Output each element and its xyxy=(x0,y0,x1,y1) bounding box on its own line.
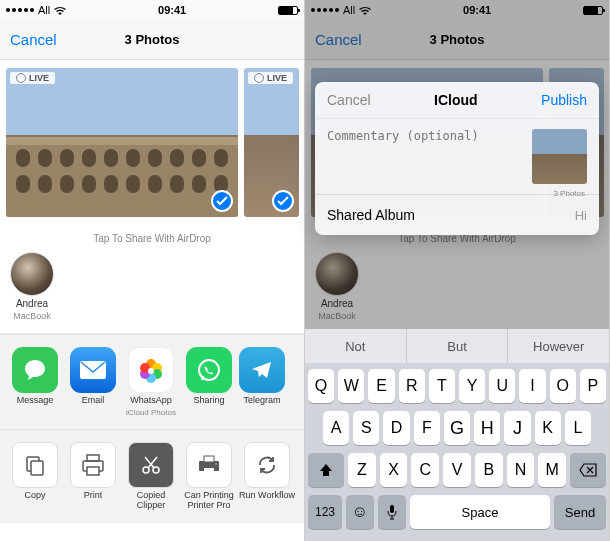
key-y[interactable]: Y xyxy=(459,369,485,403)
action-clipper[interactable]: Copied Clipper xyxy=(122,442,180,511)
share-app-message[interactable]: Message xyxy=(6,347,64,417)
keyboard: Not But However Q W E R T Y U I O P A S … xyxy=(305,329,609,541)
commentary-input[interactable] xyxy=(327,129,522,184)
nav-bar: Cancel 3 Photos xyxy=(305,20,609,60)
key-z[interactable]: Z xyxy=(348,453,376,487)
svg-rect-40 xyxy=(204,468,214,475)
photo-strip[interactable]: LIVE LIVE xyxy=(0,60,304,225)
selected-photo[interactable]: LIVE xyxy=(6,68,238,217)
check-icon[interactable] xyxy=(272,190,294,212)
clock: 09:41 xyxy=(158,4,186,16)
key-p[interactable]: P xyxy=(580,369,606,403)
suggestion-bar: Not But However xyxy=(305,329,609,363)
key-a[interactable]: A xyxy=(323,411,349,445)
share-app-telegram[interactable]: Telegram xyxy=(238,347,286,417)
share-app-icloud-photos[interactable]: WhatsApp iCloud Photos xyxy=(122,347,180,417)
airdrop-section: Tap To Share With AirDrop Andrea MacBook xyxy=(0,225,304,334)
suggestion[interactable]: However xyxy=(508,329,609,363)
send-key[interactable]: Send xyxy=(554,495,606,529)
print-icon xyxy=(70,442,116,488)
share-apps-row[interactable]: Message Email WhatsApp iCloud Photos Sha… xyxy=(0,334,304,429)
svg-rect-15 xyxy=(82,175,96,193)
share-app-whatsapp[interactable]: Sharing xyxy=(180,347,238,417)
battery-icon xyxy=(278,6,298,15)
key-j[interactable]: J xyxy=(504,411,530,445)
copy-icon xyxy=(12,442,58,488)
shared-album-value: Hi xyxy=(575,208,587,223)
key-h[interactable]: H xyxy=(474,411,500,445)
svg-rect-32 xyxy=(31,461,43,475)
svg-rect-5 xyxy=(82,149,96,167)
key-w[interactable]: W xyxy=(338,369,364,403)
svg-rect-11 xyxy=(214,149,228,167)
key-e[interactable]: E xyxy=(368,369,394,403)
modal-thumbnail[interactable]: 3 Photos xyxy=(532,129,587,184)
action-copy[interactable]: Copy xyxy=(6,442,64,511)
scissors-icon xyxy=(128,442,174,488)
suggestion[interactable]: But xyxy=(407,329,509,363)
svg-rect-35 xyxy=(87,467,99,475)
space-key[interactable]: Space xyxy=(410,495,550,529)
action-workflow[interactable]: Run Workflow xyxy=(238,442,296,511)
key-u[interactable]: U xyxy=(489,369,515,403)
backspace-key[interactable] xyxy=(570,453,606,487)
svg-rect-6 xyxy=(104,149,118,167)
numbers-key[interactable]: 123 xyxy=(308,495,342,529)
action-print[interactable]: Print xyxy=(64,442,122,511)
key-m[interactable]: M xyxy=(538,453,566,487)
emoji-key[interactable]: ☺ xyxy=(346,495,374,529)
key-c[interactable]: C xyxy=(411,453,439,487)
modal-cancel-button[interactable]: Cancel xyxy=(327,92,371,108)
icloud-publish-screen: All 09:41 Cancel 3 Photos Tap To Share W… xyxy=(305,0,610,541)
action-printer-pro[interactable]: Can Printing Printer Pro xyxy=(180,442,238,511)
svg-rect-10 xyxy=(192,149,206,167)
svg-rect-19 xyxy=(170,175,184,193)
suggestion[interactable]: Not xyxy=(305,329,407,363)
live-badge: LIVE xyxy=(248,72,293,84)
key-b[interactable]: B xyxy=(475,453,503,487)
key-f[interactable]: F xyxy=(414,411,440,445)
key-v[interactable]: V xyxy=(443,453,471,487)
svg-rect-12 xyxy=(16,175,30,193)
modal-publish-button[interactable]: Publish xyxy=(541,92,587,108)
svg-point-29 xyxy=(148,368,154,374)
key-i[interactable]: I xyxy=(519,369,545,403)
status-bar: All 09:41 xyxy=(305,0,609,20)
key-d[interactable]: D xyxy=(383,411,409,445)
key-l[interactable]: L xyxy=(565,411,591,445)
svg-point-41 xyxy=(215,463,217,465)
key-s[interactable]: S xyxy=(353,411,379,445)
key-g[interactable]: G xyxy=(444,411,470,445)
svg-rect-9 xyxy=(170,149,184,167)
key-r[interactable]: R xyxy=(399,369,425,403)
share-actions-row[interactable]: Copy Print Copied Clipper Can Printing P… xyxy=(0,429,304,523)
share-app-email[interactable]: Email xyxy=(64,347,122,417)
svg-rect-8 xyxy=(148,149,162,167)
cancel-button[interactable]: Cancel xyxy=(10,31,57,48)
key-q[interactable]: Q xyxy=(308,369,334,403)
carrier-label: All xyxy=(38,4,50,16)
svg-rect-18 xyxy=(148,175,162,193)
icloud-modal: Cancel ICloud Publish 3 Photos Shared Al… xyxy=(315,82,599,235)
mic-key[interactable] xyxy=(378,495,406,529)
key-x[interactable]: X xyxy=(380,453,408,487)
status-bar: All 09:41 xyxy=(0,0,304,20)
svg-rect-16 xyxy=(104,175,118,193)
key-o[interactable]: O xyxy=(550,369,576,403)
avatar xyxy=(10,252,54,296)
key-k[interactable]: K xyxy=(535,411,561,445)
modal-title: ICloud xyxy=(434,92,478,108)
svg-rect-2 xyxy=(16,149,30,167)
shared-album-row[interactable]: Shared Album Hi xyxy=(315,195,599,235)
svg-rect-1 xyxy=(6,137,238,145)
key-t[interactable]: T xyxy=(429,369,455,403)
airdrop-contact[interactable]: Andrea MacBook xyxy=(10,252,54,321)
svg-rect-14 xyxy=(60,175,74,193)
next-photo[interactable]: LIVE xyxy=(244,68,299,217)
shift-key[interactable] xyxy=(308,453,344,487)
svg-rect-3 xyxy=(38,149,52,167)
svg-rect-42 xyxy=(390,505,394,513)
check-icon[interactable] xyxy=(211,190,233,212)
key-n[interactable]: N xyxy=(507,453,535,487)
live-badge: LIVE xyxy=(10,72,55,84)
